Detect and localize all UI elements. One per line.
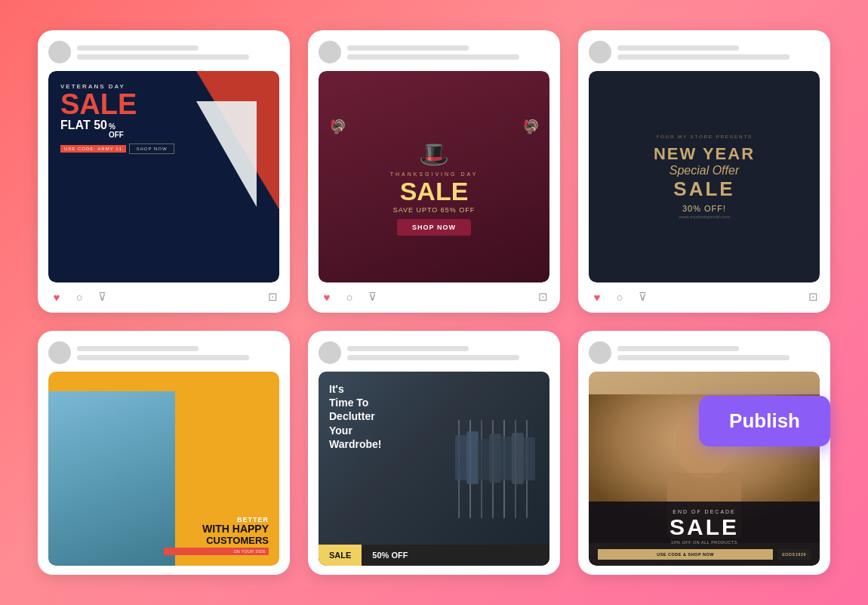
svg-rect-9	[478, 439, 490, 480]
svg-rect-13	[523, 437, 535, 480]
header-line	[617, 45, 739, 51]
bookmark-icon[interactable]: ⊡	[538, 290, 548, 304]
card6-sale: SALE	[598, 514, 811, 540]
card4-text: BETTER WITH HAPPY CUSTOMERS ON YOUR SIDE	[164, 516, 269, 555]
header-lines	[77, 45, 279, 60]
card5-percent: 50% OFF	[362, 545, 549, 566]
comment-icon[interactable]: ○	[72, 290, 86, 304]
header-line	[617, 346, 739, 351]
heart-icon[interactable]: ♥	[50, 290, 63, 304]
avatar	[48, 341, 71, 364]
header-lines	[617, 45, 820, 60]
turkey-left-icon: 🦃	[329, 119, 346, 135]
card-header-3	[589, 41, 820, 63]
header-line	[77, 346, 199, 351]
card5-wardrobe: Wardrobe!	[329, 437, 381, 451]
avatar	[589, 341, 611, 364]
card5-its: It's	[329, 382, 381, 396]
post-image-2: 🦃 🦃 🎩 THANKSGIVING DAY SALE SAVE UPTO 65…	[319, 71, 549, 282]
card5-sale-bar: SALE 50% OFF	[319, 545, 549, 566]
bookmark-icon[interactable]: ⊡	[808, 290, 818, 304]
share-icon[interactable]: ⊽	[95, 290, 109, 304]
card5-declutter: Your	[329, 424, 381, 437]
post-image-4: BETTER WITH HAPPY CUSTOMERS ON YOUR SIDE	[48, 372, 279, 566]
card1-btn[interactable]: SHOP NOW	[129, 144, 174, 154]
card-end-of-decade: END OF DECADE SALE 10% OFF ON ALL PRODUC…	[578, 331, 830, 575]
header-line	[77, 54, 249, 60]
card6-end-label: END OF DECADE	[598, 509, 811, 514]
card3-presents: YOUR MY STORE PRESENTS	[656, 134, 753, 139]
hat-icon: 🎩	[419, 140, 449, 168]
card6-sub: 10% OFF ON ALL PRODUCTS	[598, 540, 811, 545]
post-footer-1: ♥ ○ ⊽ ⊡	[48, 290, 279, 304]
svg-rect-10	[489, 434, 501, 483]
card6-code-badge: EODS1929	[777, 549, 811, 560]
header-lines	[77, 346, 279, 360]
card2-shop-btn[interactable]: SHOP NOW	[397, 219, 471, 236]
card-veterans-day: VETERANS DAY SALE FLAT 50%OFF USE CODE: …	[38, 30, 290, 313]
card2-turkeys: 🦃 🦃	[329, 119, 539, 135]
avatar	[319, 341, 341, 364]
card1-code: USE CODE: ARMY 11	[60, 145, 126, 153]
thanksgiving-label: THANKSGIVING DAY	[390, 171, 479, 177]
card-header-4	[48, 341, 279, 364]
comment-icon[interactable]: ○	[613, 290, 626, 304]
card1-sale: SALE	[60, 90, 267, 119]
header-lines	[347, 346, 549, 360]
card5-time: Time To	[329, 396, 381, 409]
card3-url: www.mystorespecial.com	[679, 215, 729, 219]
header-line	[77, 45, 199, 51]
post-image-3: YOUR MY STORE PRESENTS NEW YEAR Special …	[589, 71, 820, 282]
header-line	[347, 355, 519, 360]
card4-with-happy: WITH HAPPY	[164, 523, 269, 535]
footer-icons: ♥ ○ ⊽	[50, 290, 109, 304]
share-icon[interactable]: ⊽	[636, 290, 649, 304]
avatar	[319, 41, 341, 63]
header-lines	[617, 346, 820, 360]
svg-rect-12	[512, 433, 524, 484]
card6-bottom-bar: USE CODE & SHOP NOW EODS1929	[598, 549, 811, 560]
card3-special: Special Offer	[669, 164, 739, 177]
card-thanksgiving: 🦃 🦃 🎩 THANKSGIVING DAY SALE SAVE UPTO 65…	[308, 30, 560, 313]
card-header-2	[319, 41, 549, 63]
footer-icons: ♥ ○ ⊽	[590, 290, 649, 304]
turkey-right-icon: 🦃	[522, 119, 539, 135]
header-lines	[347, 45, 549, 60]
post-image-5: It's Time To Declutter Your Wardrobe! SA…	[319, 372, 549, 566]
svg-rect-7	[455, 435, 467, 480]
bookmark-icon[interactable]: ⊡	[268, 290, 278, 304]
card-happy-customers: BETTER WITH HAPPY CUSTOMERS ON YOUR SIDE	[38, 331, 290, 575]
main-grid: VETERANS DAY SALE FLAT 50%OFF USE CODE: …	[0, 0, 868, 605]
card-new-year: YOUR MY STORE PRESENTS NEW YEAR Special …	[578, 30, 830, 313]
card4-person-image	[48, 391, 175, 566]
heart-icon[interactable]: ♥	[590, 290, 604, 304]
avatar	[589, 41, 611, 63]
heart-icon[interactable]: ♥	[320, 290, 334, 304]
card3-off: 30% OFF!	[682, 204, 726, 213]
share-icon[interactable]: ⊽	[365, 290, 379, 304]
card4-sub: ON YOUR SIDE	[164, 548, 269, 555]
card5-to: Declutter	[329, 409, 381, 423]
header-line	[347, 54, 519, 60]
card2-sale: SALE	[400, 178, 469, 204]
publish-button[interactable]: Publish	[699, 396, 830, 446]
svg-rect-11	[500, 437, 512, 480]
card4-customers: CUSTOMERS	[164, 535, 269, 546]
svg-rect-8	[466, 431, 479, 484]
header-line	[347, 346, 469, 351]
card-declutter: It's Time To Declutter Your Wardrobe! SA…	[308, 331, 560, 575]
header-line	[77, 355, 249, 360]
post-image-1: VETERANS DAY SALE FLAT 50%OFF USE CODE: …	[48, 71, 279, 282]
header-line	[347, 45, 469, 51]
card3-new-year: NEW YEAR	[654, 145, 755, 163]
comment-icon[interactable]: ○	[343, 290, 356, 304]
card6-overlay: END OF DECADE SALE 10% OFF ON ALL PRODUC…	[589, 502, 820, 566]
post-footer-2: ♥ ○ ⊽ ⊡	[319, 290, 549, 304]
avatar	[48, 41, 71, 63]
header-line	[617, 355, 790, 360]
card1-flat: FLAT 50%OFF	[60, 119, 267, 139]
footer-icons: ♥ ○ ⊽	[320, 290, 379, 304]
card2-save: SAVE UPTO 65% OFF	[393, 206, 476, 214]
card5-text: It's Time To Declutter Your Wardrobe!	[329, 382, 381, 451]
card5-sale-label: SALE	[319, 545, 362, 566]
